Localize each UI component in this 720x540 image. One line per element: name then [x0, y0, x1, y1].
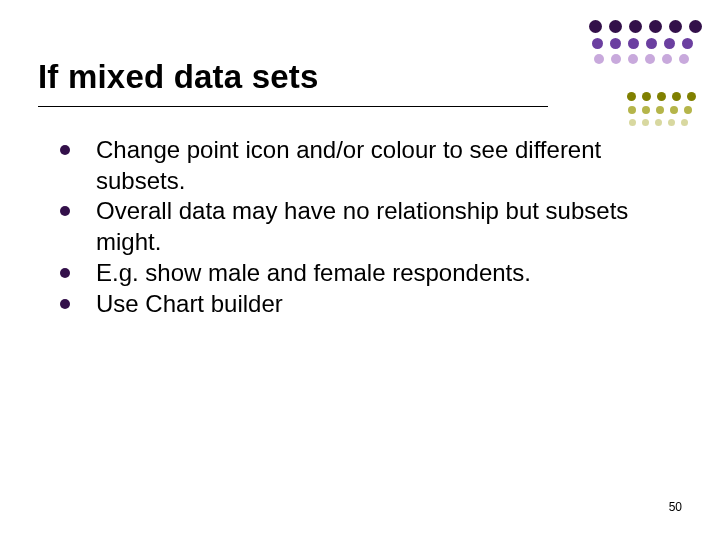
list-item: Overall data may have no relationship bu…: [60, 196, 660, 257]
slide-title: If mixed data sets: [38, 58, 682, 96]
bullet-list: Change point icon and/or colour to see d…: [60, 135, 660, 319]
list-item: E.g. show male and female respondents.: [60, 258, 660, 289]
page-number: 50: [669, 500, 682, 514]
list-item: Change point icon and/or colour to see d…: [60, 135, 660, 196]
list-item: Use Chart builder: [60, 289, 660, 320]
